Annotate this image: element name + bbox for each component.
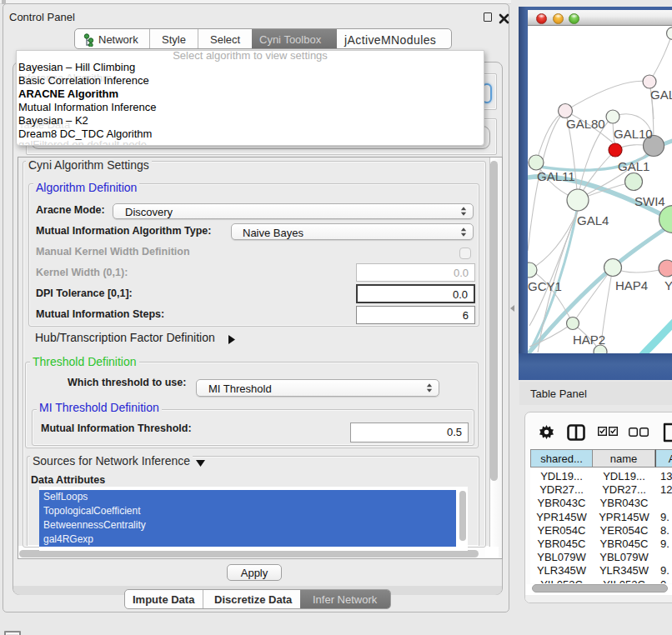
svg-text:GAL80: GAL80 xyxy=(566,117,605,131)
svg-text:SWI4: SWI4 xyxy=(634,194,665,208)
svg-text:Y: Y xyxy=(664,278,672,292)
svg-text:GAL4: GAL4 xyxy=(577,213,609,228)
svg-text:HAP4: HAP4 xyxy=(615,278,648,292)
svg-text:GAL1: GAL1 xyxy=(618,159,649,173)
svg-text:HAP2: HAP2 xyxy=(573,332,605,347)
svg-text:GAL11: GAL11 xyxy=(537,169,575,183)
svg-text:GCY1: GCY1 xyxy=(528,279,562,293)
svg-text:GAL10: GAL10 xyxy=(614,127,653,141)
svg-text:GAL7: GAL7 xyxy=(650,88,672,102)
